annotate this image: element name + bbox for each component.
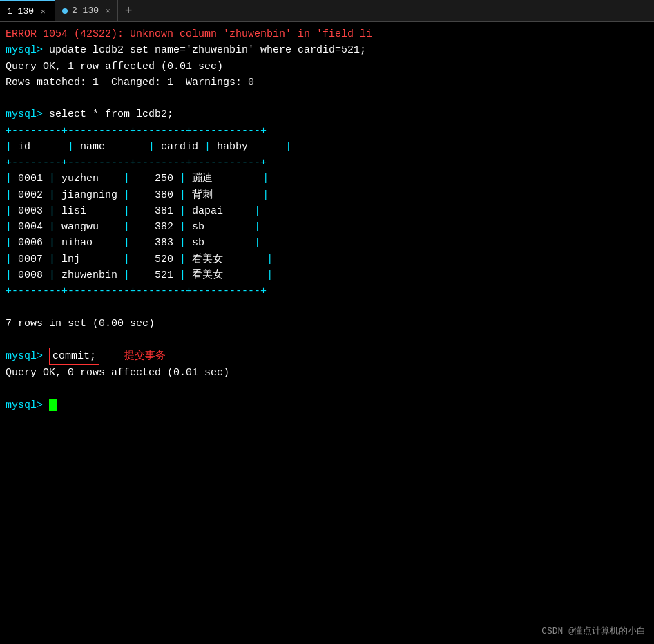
tab-2-label: 2 130 [72,6,99,16]
watermark: CSDN @懂点计算机的小白 [541,625,646,637]
tab-add-button[interactable]: + [118,0,140,21]
tab-2[interactable]: 2 130 ✕ [55,0,118,21]
tab-2-dot [62,8,68,14]
tab-1-close[interactable]: ✕ [41,7,46,16]
tab-bar: 1 130 ✕ 2 130 ✕ + [0,0,654,22]
tab-1[interactable]: 1 130 ✕ [0,0,55,21]
terminal: ERROR 1054 (42S22): Unknown column 'zhuw… [0,22,654,644]
tab-1-label: 1 130 [7,6,34,17]
tab-2-close[interactable]: ✕ [106,6,110,15]
